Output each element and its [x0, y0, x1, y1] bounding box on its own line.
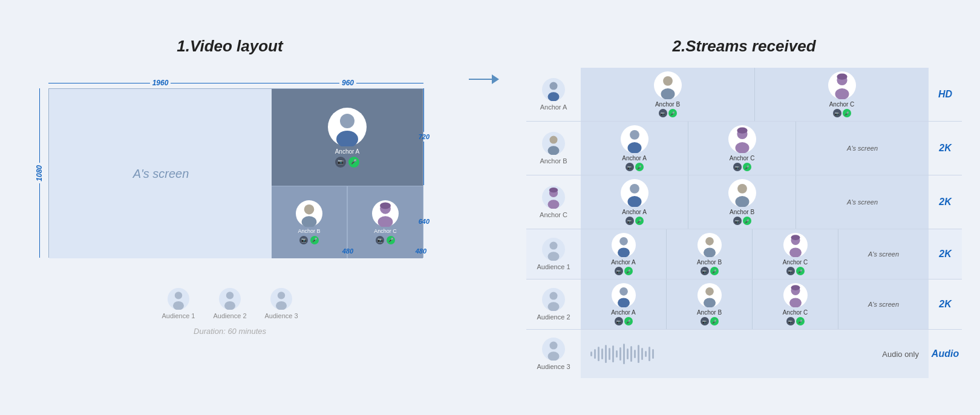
audio-only-label: Audio only: [882, 350, 929, 359]
anchor-c-row-label: Anchor C: [540, 211, 567, 218]
svg-point-23: [663, 76, 673, 86]
mic-icon: 🎤: [635, 217, 644, 225]
mic-icon: 🎤: [743, 163, 751, 171]
svg-point-69: [705, 287, 714, 296]
anchor-a-cell: Anchor A 📷 🎤: [272, 89, 423, 186]
row-label-audience-1: Audience 1: [526, 229, 581, 279]
svg-point-57: [704, 247, 716, 257]
anchor-c-label: Anchor C: [374, 228, 397, 234]
a-in-aud1: Anchor A 📷 🎤: [581, 229, 667, 279]
a-screen-aud1: A's screen: [838, 229, 929, 279]
row-label-anchor-a: Anchor A: [526, 68, 581, 121]
svg-point-60: [791, 235, 800, 240]
anchor-c-in-b-cell: Anchor C 📷 🎤: [688, 122, 796, 175]
c-in-aud2: Anchor C 📷 🎤: [753, 279, 838, 329]
dim-960: 960: [272, 79, 423, 87]
svg-point-47: [737, 184, 747, 194]
stream-row-audience-3: Audience 3: [526, 330, 962, 378]
audience-2-row-avatar: [542, 288, 565, 311]
svg-point-31: [548, 146, 560, 155]
mic-icon-b: 🎤: [310, 236, 319, 244]
video-layout-diagram: A's screen Anchor A 📷: [30, 70, 430, 276]
duration-text: Duration: 60 minutes: [194, 327, 266, 336]
anchor-c-b-icons: 📷 🎤: [733, 163, 751, 171]
anchor-b-cell: Anchor B 📷 🎤: [272, 186, 347, 258]
arrow-section: [466, 37, 502, 85]
audience-1-item: Audience 1: [162, 288, 195, 319]
anchor-a-label: Anchor A: [335, 148, 360, 155]
svg-point-54: [618, 247, 630, 257]
svg-point-24: [661, 88, 675, 99]
screen-label: A's screen: [133, 167, 189, 181]
a-screen-in-b: A's screen: [796, 122, 929, 175]
anchor-b-in-c-avatar: [728, 179, 756, 207]
b-in-aud2: Anchor B 📷 🎤: [667, 279, 753, 329]
anchor-b-label: Anchor B: [298, 228, 320, 234]
audience-row: Audience 1 Audience 2 Audience 3: [162, 288, 298, 319]
mic-icon: 🎤: [635, 163, 644, 171]
anchor-a-row-avatar: [542, 78, 565, 101]
cell-c-aud2: Anchor C: [783, 309, 808, 316]
svg-point-27: [837, 74, 847, 80]
audience-3-row-label: Audience 3: [537, 363, 570, 370]
anchor-b-icons: 📷 🎤: [299, 236, 319, 244]
cam-icon: 📷: [701, 317, 709, 325]
anchor-c-cell: Anchor C 📷 🎤: [347, 186, 423, 258]
svg-point-53: [619, 237, 628, 246]
audience-2-stream-cells: Anchor A 📷 🎤 Anchor B: [581, 279, 929, 329]
camera-icon-b: 📷: [299, 236, 308, 244]
dim-480-left: 480: [342, 247, 353, 255]
left-title: 1.Video layout: [177, 37, 283, 56]
dim-640: 640: [419, 185, 430, 258]
svg-point-28: [835, 88, 849, 99]
svg-point-74: [789, 298, 802, 307]
mic-icon: 🎤: [710, 317, 719, 325]
audience-3-audio-cell: Audio only: [581, 330, 929, 378]
layout-frame: A's screen Anchor A 📷: [48, 88, 423, 258]
left-section: 1.Video layout A's screen: [18, 37, 442, 336]
c-aud2-avatar: [783, 283, 808, 307]
audience-3-avatar: [270, 288, 292, 310]
svg-point-4: [304, 204, 315, 215]
screen-panel: A's screen: [49, 89, 273, 258]
camera-icon-a: 📷: [335, 157, 346, 168]
anchor-a-in-b-avatar: [621, 125, 648, 153]
svg-point-45: [627, 196, 641, 207]
audience-1-label: Audience 1: [162, 312, 195, 319]
anchor-b-avatar: [296, 200, 322, 227]
svg-point-38: [735, 142, 749, 153]
svg-point-37: [737, 128, 747, 134]
anchor-c-avatar: [372, 200, 399, 227]
svg-point-67: [618, 298, 630, 307]
quality-2k-b: 2K: [929, 122, 962, 175]
b-aud2-avatar: [697, 283, 722, 307]
stream-row-audience-2: Audience 2 Anchor A 📷 🎤: [526, 279, 962, 330]
main-container: 1.Video layout A's screen: [12, 25, 968, 390]
a-in-aud2: Anchor A 📷 🎤: [581, 279, 667, 329]
svg-point-73: [791, 285, 800, 290]
cam-icon: 📷: [659, 109, 667, 117]
svg-point-50: [549, 242, 557, 250]
anchor-a-row-label: Anchor A: [540, 103, 567, 111]
audience-2-avatar: [219, 288, 241, 310]
anchor-a-in-b-cell: Anchor A 📷 🎤: [581, 122, 688, 175]
cell-anchor-a-label: Anchor A: [622, 155, 647, 162]
anchor-b-stream-cell: Anchor B 📷 🎤: [581, 68, 755, 121]
cell-c-aud1: Anchor C: [783, 259, 808, 266]
right-section: 2.Streams received Anchor A: [526, 37, 962, 378]
mic-icon-c: 🎤: [387, 236, 395, 244]
anchor-a-stream-cells: Anchor B 📷 🎤: [581, 68, 929, 121]
c-aud1-avatar: [783, 233, 808, 257]
anchor-c-stream-icons: 📷 🎤: [833, 109, 851, 117]
anchor-c-stream-cell: Anchor C 📷 🎤: [755, 68, 929, 121]
svg-point-64: [548, 302, 560, 311]
cam-icon: 📷: [615, 317, 623, 325]
anchor-c-stream-avatar: [828, 71, 856, 99]
anchor-b-row-avatar: [542, 132, 565, 155]
audience-3-item: Audience 3: [265, 288, 298, 319]
b-in-aud1: Anchor B 📷 🎤: [667, 229, 753, 279]
row-label-anchor-c: Anchor C: [526, 175, 581, 229]
a-c-icons: 📷 🎤: [626, 217, 644, 225]
c-in-aud1: Anchor C 📷 🎤: [753, 229, 838, 279]
svg-point-21: [548, 92, 560, 101]
